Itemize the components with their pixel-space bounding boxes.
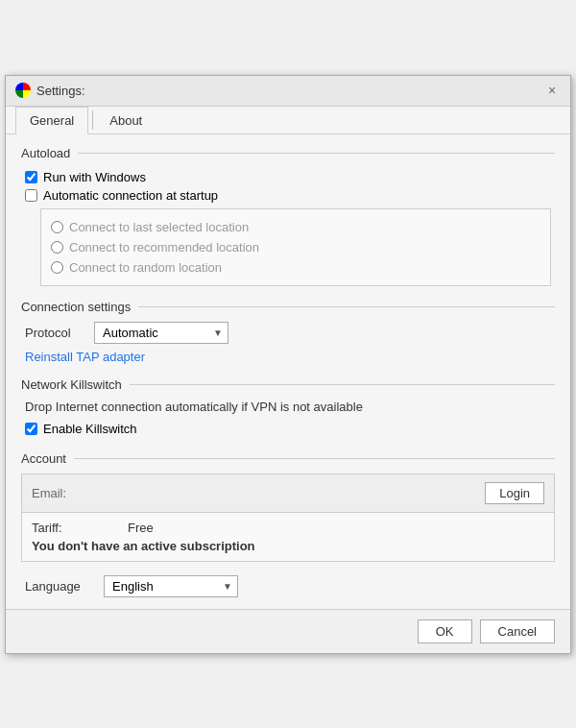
- radio-random-location-label: Connect to random location: [69, 260, 222, 275]
- run-with-windows-row: Run with Windows: [25, 168, 555, 186]
- tariff-value: Free: [128, 521, 154, 535]
- reinstall-tap-link[interactable]: Reinstall TAP adapter: [25, 350, 145, 364]
- radio-random-location: Connect to random location: [51, 257, 540, 278]
- language-select[interactable]: English Deutsch Français Español 日本語: [104, 575, 238, 597]
- protocol-row: Protocol Automatic OpenVPN UDP OpenVPN T…: [25, 322, 555, 344]
- enable-killswitch-row: Enable Killswitch: [25, 420, 555, 438]
- killswitch-description: Drop Internet connection automatically i…: [25, 400, 555, 414]
- tariff-row: Tariff: Free: [32, 521, 544, 535]
- ok-button[interactable]: OK: [418, 619, 472, 643]
- radio-recommended-location-input[interactable]: [51, 241, 63, 254]
- language-row: Language English Deutsch Français Españo…: [25, 575, 555, 597]
- connection-header: Connection settings: [21, 300, 555, 314]
- tariff-key: Tariff:: [32, 521, 128, 535]
- radio-random-location-input[interactable]: [51, 261, 63, 274]
- language-select-wrapper: English Deutsch Français Español 日本語 ▼: [104, 575, 238, 597]
- run-with-windows-label: Run with Windows: [43, 170, 146, 184]
- tab-bar: General About: [6, 107, 570, 134]
- auto-connect-row: Automatic connection at startup: [25, 186, 555, 205]
- app-icon: [15, 83, 31, 98]
- account-section: Account Email: Login Tariff: Free You do…: [21, 451, 555, 562]
- radio-last-location: Connect to last selected location: [51, 217, 540, 237]
- radio-last-location-input[interactable]: [51, 221, 63, 233]
- title-bar-left: Settings:: [15, 83, 85, 98]
- enable-killswitch-checkbox[interactable]: [25, 423, 37, 435]
- enable-killswitch-label: Enable Killswitch: [43, 422, 137, 436]
- auto-connect-label: Automatic connection at startup: [43, 188, 218, 203]
- account-tariff: Tariff: Free You don't have an active su…: [22, 513, 554, 561]
- radio-last-location-label: Connect to last selected location: [69, 220, 249, 234]
- login-button[interactable]: Login: [485, 482, 544, 504]
- window-title: Settings:: [36, 84, 85, 98]
- tab-about[interactable]: About: [95, 107, 156, 133]
- title-bar: Settings: ×: [6, 76, 570, 107]
- protocol-select[interactable]: Automatic OpenVPN UDP OpenVPN TCP IKEv2: [94, 322, 228, 344]
- auto-connect-suboptions: Connect to last selected location Connec…: [40, 208, 551, 286]
- run-with-windows-checkbox[interactable]: [25, 171, 37, 183]
- auto-connect-checkbox[interactable]: [25, 189, 37, 202]
- killswitch-section: Network Killswitch Drop Internet connect…: [21, 377, 555, 438]
- account-email-label: Email:: [32, 486, 66, 500]
- bottom-bar: OK Cancel: [6, 609, 570, 653]
- account-email-row: Email: Login: [22, 474, 554, 513]
- settings-window: Settings: × General About Autoload Run w…: [5, 75, 571, 654]
- cancel-button[interactable]: Cancel: [480, 619, 555, 643]
- account-header: Account: [21, 451, 555, 466]
- radio-recommended-location-label: Connect to recommended location: [69, 240, 259, 255]
- tab-divider: [92, 110, 93, 130]
- protocol-select-wrapper: Automatic OpenVPN UDP OpenVPN TCP IKEv2 …: [94, 322, 228, 344]
- no-subscription-text: You don't have an active subscription: [32, 539, 544, 553]
- close-button[interactable]: ×: [543, 82, 561, 99]
- protocol-label: Protocol: [25, 326, 83, 340]
- autoload-header: Autoload: [21, 146, 555, 160]
- radio-recommended-location: Connect to recommended location: [51, 237, 540, 257]
- language-label: Language: [25, 579, 92, 594]
- content-area: Autoload Run with Windows Automatic conn…: [6, 134, 570, 609]
- killswitch-header: Network Killswitch: [21, 377, 555, 392]
- connection-section: Connection settings Protocol Automatic O…: [21, 300, 555, 364]
- autoload-section: Autoload Run with Windows Automatic conn…: [21, 146, 555, 286]
- account-box: Email: Login Tariff: Free You don't have…: [21, 473, 555, 562]
- tab-general[interactable]: General: [15, 107, 88, 134]
